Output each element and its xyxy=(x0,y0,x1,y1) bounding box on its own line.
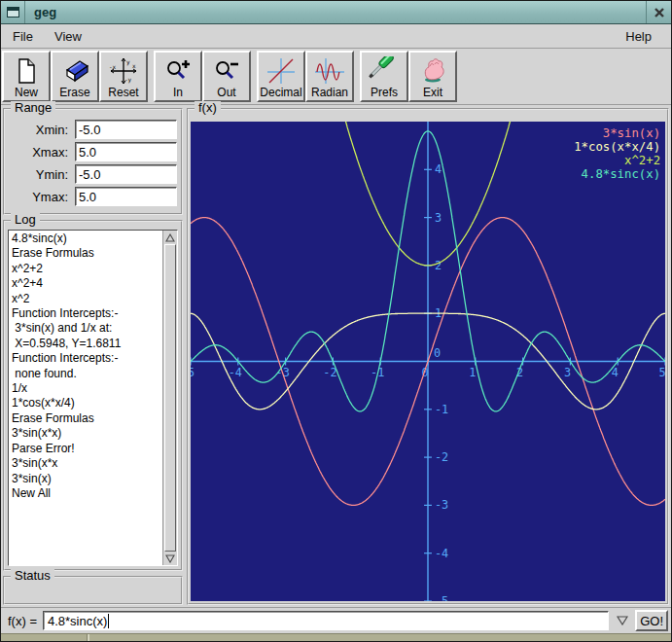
graph-svg: -5-4-3-2-1012345-5-4-3-2-1012343*sin(x)1… xyxy=(191,122,665,601)
range-row-xmax: Xmax: xyxy=(9,142,177,161)
svg-text:3*sin(x): 3*sin(x) xyxy=(603,125,660,140)
svg-text:3: 3 xyxy=(435,211,442,225)
graph-panel-title: f(x) xyxy=(195,101,221,115)
svg-text:4.8*sinc(x): 4.8*sinc(x) xyxy=(582,166,661,181)
hand-icon xyxy=(416,56,449,86)
toolbar-group-app: Prefs Exit xyxy=(360,51,457,102)
axes-reset-icon: y x -x -y xyxy=(107,56,140,86)
window-title: geg xyxy=(25,1,646,23)
svg-text:-1: -1 xyxy=(435,403,448,416)
svg-text:-4: -4 xyxy=(435,547,448,560)
go-button[interactable]: GO! xyxy=(635,610,668,631)
svg-text:-5: -5 xyxy=(435,594,448,601)
toolbar: New Erase y x -x -y xyxy=(1,49,671,105)
formula-input-value: 4.8*sinc(x) xyxy=(48,614,107,628)
triangle-up-icon xyxy=(165,233,175,242)
xmin-label: Xmin: xyxy=(9,123,75,137)
range-panel-title: Range xyxy=(11,101,55,115)
menubar: File View Help xyxy=(1,24,671,49)
menu-view[interactable]: View xyxy=(54,27,89,46)
svg-text:-y: -y xyxy=(124,76,132,84)
formula-label: f(x) = xyxy=(4,614,39,628)
new-page-icon xyxy=(10,56,43,86)
ymax-input[interactable] xyxy=(75,187,177,206)
svg-text:-2: -2 xyxy=(435,450,448,464)
svg-text:2: 2 xyxy=(435,259,442,272)
zoom-out-icon xyxy=(210,56,243,86)
close-icon xyxy=(654,7,665,18)
log-box: 4.8*sinc(x) Erase Formulas x^2+2 x^2+4 x… xyxy=(8,230,178,566)
formula-bar: f(x) = 4.8*sinc(x) GO! xyxy=(1,607,671,633)
strip-notch xyxy=(87,634,89,641)
graph-panel: f(x) -5-4-3-2-1012345-5-4-3-2-1012343*si… xyxy=(187,108,669,605)
titlebar[interactable]: geg xyxy=(1,1,671,24)
window-icon xyxy=(7,7,19,18)
zoom-in-button[interactable]: In xyxy=(154,51,202,102)
toolbar-label: Erase xyxy=(59,86,89,99)
ymin-input[interactable] xyxy=(75,164,177,184)
eraser-icon xyxy=(58,56,91,86)
log-scrollbar[interactable] xyxy=(162,231,177,565)
radian-button[interactable]: Radian xyxy=(305,51,354,102)
svg-text:-4: -4 xyxy=(229,365,242,378)
text-cursor xyxy=(108,614,109,628)
ymin-label: Ymin: xyxy=(9,167,75,182)
window-menu-button[interactable] xyxy=(1,1,25,23)
close-button[interactable] xyxy=(646,1,671,23)
menu-file[interactable]: File xyxy=(13,27,41,46)
sine-plot-icon xyxy=(313,56,346,86)
xmax-input[interactable] xyxy=(75,142,177,161)
scrollbar-thumb[interactable] xyxy=(164,244,176,552)
svg-text:1: 1 xyxy=(469,365,476,378)
svg-text:-3: -3 xyxy=(435,498,448,512)
reset-button[interactable]: y x -x -y Reset xyxy=(99,51,148,102)
status-panel-title: Status xyxy=(11,569,54,583)
scroll-up-button[interactable] xyxy=(163,231,177,244)
svg-text:0: 0 xyxy=(434,346,441,360)
log-panel-title: Log xyxy=(11,213,40,227)
range-panel: Range Xmin: Xmax: Ymin: Ymax: xyxy=(3,108,183,215)
log-list: 4.8*sinc(x) Erase Formulas x^2+2 x^2+4 x… xyxy=(9,231,162,565)
prefs-button[interactable]: Prefs xyxy=(360,51,408,102)
zoom-out-button[interactable]: Out xyxy=(202,51,251,102)
zoom-in-icon xyxy=(161,56,195,86)
svg-text:x^2+2: x^2+2 xyxy=(624,153,660,167)
new-button[interactable]: New xyxy=(2,51,51,102)
range-row-ymax: Ymax: xyxy=(9,187,177,206)
toolbar-group-mode: Decimal Radian xyxy=(257,51,354,102)
app-window: geg File View Help New xyxy=(0,0,672,642)
toolbar-group-zoom: In Out xyxy=(154,51,251,102)
triangle-down-icon xyxy=(165,554,175,563)
formula-history-dropdown[interactable] xyxy=(613,611,631,631)
status-panel: Status xyxy=(3,576,183,605)
svg-text:x: x xyxy=(132,62,136,69)
screwdriver-icon xyxy=(368,56,401,86)
toolbar-label: Prefs xyxy=(371,86,398,99)
ymax-label: Ymax: xyxy=(9,190,75,204)
toolbar-label: Reset xyxy=(108,86,138,99)
erase-button[interactable]: Erase xyxy=(51,51,99,102)
toolbar-label: In xyxy=(173,86,183,99)
svg-text:4: 4 xyxy=(435,162,442,176)
exit-button[interactable]: Exit xyxy=(408,51,457,102)
svg-text:3: 3 xyxy=(564,365,571,378)
log-panel: Log 4.8*sinc(x) Erase Formulas x^2+2 x^2… xyxy=(3,220,183,571)
svg-text:y: y xyxy=(126,58,130,66)
scrollbar-track[interactable] xyxy=(163,244,177,552)
scroll-down-button[interactable] xyxy=(163,552,177,565)
toolbar-label: Exit xyxy=(423,86,442,99)
xmax-label: Xmax: xyxy=(9,145,75,160)
linear-plot-icon xyxy=(265,56,298,86)
toolbar-label: Decimal xyxy=(260,86,301,99)
bottom-resize-strip[interactable] xyxy=(1,633,671,641)
decimal-button[interactable]: Decimal xyxy=(257,51,305,102)
formula-input[interactable]: 4.8*sinc(x) xyxy=(43,611,609,630)
svg-text:5: 5 xyxy=(658,365,665,378)
menu-help[interactable]: Help xyxy=(625,27,659,46)
toolbar-label: Out xyxy=(217,86,235,99)
graph-canvas: -5-4-3-2-1012345-5-4-3-2-1012343*sin(x)1… xyxy=(191,122,665,601)
toolbar-group-file: New Erase y x -x -y xyxy=(2,51,148,102)
xmin-input[interactable] xyxy=(75,120,177,139)
svg-text:-x: -x xyxy=(109,63,117,70)
triangle-down-icon xyxy=(617,616,628,625)
